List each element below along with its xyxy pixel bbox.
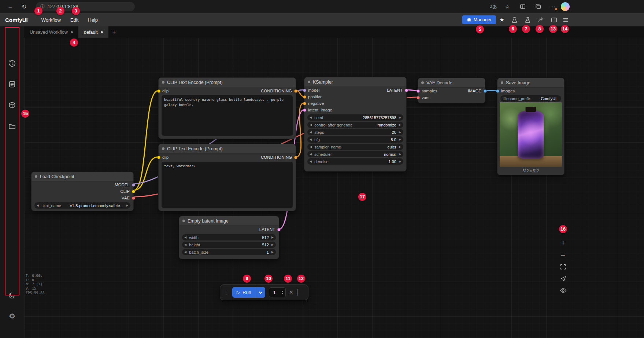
- cancel-run-button[interactable]: ×: [289, 289, 293, 296]
- node-clip-text-encode-positive[interactable]: CLIP Text Encode (Prompt) clip CONDITION…: [158, 77, 296, 139]
- widget-width[interactable]: ◀ width 512 ▶: [182, 234, 276, 240]
- node-save-image[interactable]: Save Image images filename_prefix ComfyU…: [497, 78, 565, 175]
- run-button-main[interactable]: ▷ Run: [232, 287, 256, 298]
- decrement-arrow-icon[interactable]: ◀: [310, 146, 312, 148]
- templates-flask-button[interactable]: [509, 15, 519, 25]
- menu-workflow[interactable]: Workflow: [37, 13, 66, 26]
- decrement-arrow-icon[interactable]: ◀: [184, 251, 186, 254]
- increment-arrow-icon[interactable]: ▶: [271, 251, 274, 254]
- collapse-dot-icon[interactable]: [182, 220, 185, 222]
- widget-ckpt-name[interactable]: ◀ ckpt_name v1-5-pruned-emaonly.safete..…: [34, 202, 130, 209]
- input-dot-positive[interactable]: [303, 95, 306, 99]
- zoom-out-button[interactable]: −: [558, 250, 569, 261]
- node-header[interactable]: Load Checkpoint: [32, 172, 133, 181]
- node-header[interactable]: CLIP Text Encode (Prompt): [159, 144, 296, 154]
- templates-flask2-button[interactable]: [522, 15, 533, 25]
- address-bar[interactable]: ⓘ 127.0.0.1:8188: [36, 2, 135, 11]
- widget-filename-prefix[interactable]: filename_prefix ComfyUI: [500, 95, 561, 102]
- run-button[interactable]: ▷ Run: [232, 287, 265, 298]
- browser-back-button[interactable]: ←: [5, 1, 15, 12]
- widget-height[interactable]: ◀ height 512 ▶: [182, 242, 276, 248]
- increment-arrow-icon[interactable]: ▶: [399, 146, 401, 148]
- node-header[interactable]: CLIP Text Encode (Prompt): [159, 78, 296, 87]
- input-dot-latent-image[interactable]: [303, 109, 306, 112]
- input-dot-model[interactable]: [303, 89, 306, 92]
- node-header[interactable]: VAE Decode: [418, 78, 485, 88]
- increment-arrow-icon[interactable]: ▶: [399, 160, 401, 163]
- increment-arrow-icon[interactable]: ▶: [399, 131, 401, 134]
- collapse-dot-icon[interactable]: [501, 81, 503, 84]
- node-clip-text-encode-negative[interactable]: CLIP Text Encode (Prompt) clip CONDITION…: [158, 144, 296, 211]
- split-screen-button[interactable]: [517, 1, 528, 12]
- prompt-textarea[interactable]: text, watermark: [162, 162, 293, 208]
- decrement-arrow-icon[interactable]: ◀: [310, 138, 312, 141]
- panel-toggle-button[interactable]: [549, 15, 559, 25]
- node-vae-decode[interactable]: VAE Decode samples IMAGE vae: [418, 78, 485, 103]
- collapse-dot-icon[interactable]: [421, 81, 424, 84]
- output-dot-conditioning[interactable]: [294, 89, 297, 93]
- collapse-dot-icon[interactable]: [35, 175, 37, 178]
- stepper-arrows[interactable]: [281, 291, 284, 294]
- step-down-icon[interactable]: [281, 293, 284, 294]
- input-dot-negative[interactable]: [303, 102, 306, 105]
- main-menu-button[interactable]: [560, 15, 571, 25]
- node-load-checkpoint[interactable]: Load Checkpoint MODEL CLIP VAE ◀ ckpt_na…: [31, 172, 134, 211]
- output-dot-conditioning[interactable]: [294, 156, 297, 159]
- node-header[interactable]: Empty Latent Image: [179, 216, 279, 226]
- menu-edit[interactable]: Edit: [66, 13, 83, 26]
- stop-run-button[interactable]: [297, 289, 297, 296]
- input-dot-clip[interactable]: [157, 156, 160, 159]
- increment-arrow-icon[interactable]: ▶: [399, 116, 401, 119]
- increment-arrow-icon[interactable]: ▶: [271, 236, 274, 239]
- input-dot-images[interactable]: [496, 89, 499, 93]
- output-dot-latent[interactable]: [277, 228, 281, 231]
- new-workflow-button[interactable]: +: [108, 26, 120, 38]
- drag-handle-icon[interactable]: ⋮: [223, 290, 229, 295]
- node-empty-latent-image[interactable]: Empty Latent Image LATENT ◀ width 512 ▶ …: [179, 216, 279, 259]
- tab-default[interactable]: default: [78, 26, 108, 38]
- widget-steps[interactable]: ◀ steps 20 ▶: [307, 129, 403, 135]
- favorites-toggle-button[interactable]: ★: [497, 15, 507, 25]
- sidebar-node-library-button[interactable]: [6, 78, 18, 90]
- manager-button[interactable]: Manager: [462, 15, 496, 24]
- decrement-arrow-icon[interactable]: ◀: [310, 124, 312, 126]
- batch-count-input[interactable]: 1: [269, 287, 286, 297]
- decrement-arrow-icon[interactable]: ◀: [37, 204, 39, 207]
- sidebar-model-library-button[interactable]: [6, 99, 18, 111]
- decrement-arrow-icon[interactable]: ◀: [184, 236, 186, 239]
- widget-seed[interactable]: ◀ seed 285615773257598 ▶: [307, 114, 403, 121]
- widget-control-after-generate[interactable]: ◀ control after generate randomize ▶: [307, 122, 403, 128]
- settings-button[interactable]: ⚙: [6, 310, 18, 322]
- run-options-button[interactable]: [256, 287, 265, 298]
- favorites-button[interactable]: ☆: [502, 1, 513, 12]
- collapse-dot-icon[interactable]: [162, 81, 164, 84]
- browser-menu-button[interactable]: ⋯: [547, 1, 558, 12]
- generated-image-preview[interactable]: [500, 102, 562, 167]
- decrement-arrow-icon[interactable]: ◀: [184, 243, 186, 246]
- browser-refresh-button[interactable]: ↻: [19, 1, 29, 12]
- output-dot-clip[interactable]: [132, 190, 135, 193]
- increment-arrow-icon[interactable]: ▶: [399, 124, 401, 126]
- node-header[interactable]: Save Image: [497, 78, 564, 88]
- input-dot-samples[interactable]: [417, 89, 420, 93]
- increment-arrow-icon[interactable]: ▶: [126, 204, 128, 207]
- sidebar-queue-button[interactable]: [6, 58, 18, 70]
- collections-button[interactable]: [533, 1, 544, 12]
- output-dot-latent[interactable]: [405, 89, 408, 92]
- select-mode-button[interactable]: [558, 273, 569, 284]
- decrement-arrow-icon[interactable]: ◀: [310, 153, 312, 156]
- output-dot-image[interactable]: [484, 89, 487, 93]
- node-header[interactable]: KSampler: [304, 77, 406, 87]
- output-dot-model[interactable]: [132, 183, 135, 187]
- menu-help[interactable]: Help: [83, 13, 103, 26]
- fit-view-button[interactable]: [558, 261, 569, 272]
- profile-avatar[interactable]: [561, 2, 570, 11]
- collapse-dot-icon[interactable]: [308, 81, 310, 83]
- decrement-arrow-icon[interactable]: ◀: [310, 131, 312, 134]
- widget-sampler-name[interactable]: ◀ sampler_name euler ▶: [307, 144, 403, 150]
- decrement-arrow-icon[interactable]: ◀: [310, 160, 312, 163]
- increment-arrow-icon[interactable]: ▶: [271, 243, 274, 246]
- widget-batch-size[interactable]: ◀ batch_size 1 ▶: [182, 249, 276, 255]
- increment-arrow-icon[interactable]: ▶: [399, 153, 401, 156]
- share-button[interactable]: [536, 15, 546, 25]
